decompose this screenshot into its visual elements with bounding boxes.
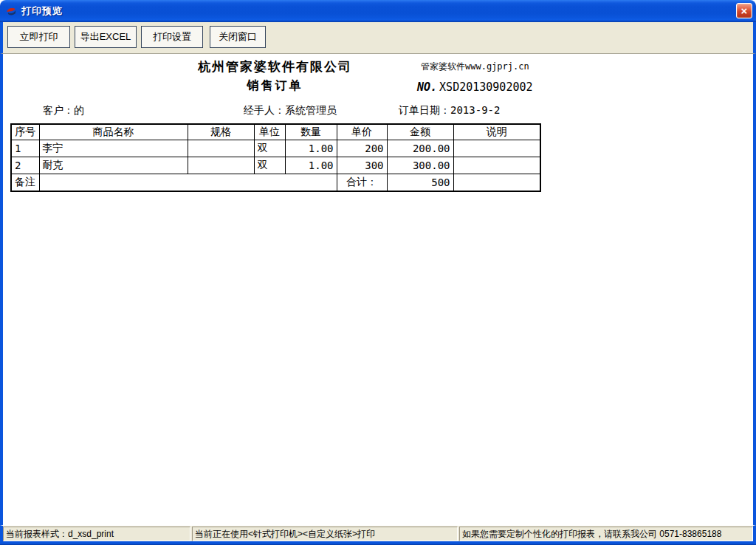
cell-product-name: 耐克 <box>39 157 188 174</box>
table-row: 1 李宁 双 1.00 200 200.00 <box>11 140 540 157</box>
app-icon[interactable] <box>4 4 18 18</box>
window-title: 打印预览 <box>21 4 63 18</box>
remark-value-cell <box>39 174 337 191</box>
header-product-name: 商品名称 <box>39 124 188 140</box>
status-printer-info: 当前正在使用<针式打印机><自定义纸张>打印 <box>192 527 458 541</box>
customer-label: 客户： <box>43 104 74 116</box>
cell-index: 1 <box>11 140 39 157</box>
total-value: 500 <box>387 174 453 191</box>
total-label: 合计： <box>337 174 387 191</box>
order-date-value: 2013-9-2 <box>450 104 500 116</box>
header-spec: 规格 <box>188 124 254 140</box>
status-contact-info: 如果您需要定制个性化的打印报表，请联系我公司 0571-83865188 <box>459 527 753 541</box>
footer-note-cell <box>453 174 540 191</box>
print-now-button[interactable]: 立即打印 <box>7 26 70 48</box>
header-index: 序号 <box>11 124 39 140</box>
remark-label: 备注 <box>11 174 39 191</box>
order-items-table: 序号 商品名称 规格 单位 数量 单价 金额 说明 1 李宁 双 1.00 20… <box>10 123 541 192</box>
header-note: 说明 <box>453 124 540 140</box>
cell-unit-price: 200 <box>337 140 387 157</box>
order-number-line: NO.XSD20130902002 <box>417 80 533 94</box>
cell-amount: 300.00 <box>387 157 453 174</box>
print-preview-page: 杭州管家婆软件有限公司 管家婆软件www.gjprj.cn 销售订单 NO.XS… <box>0 54 756 525</box>
header-unit: 单位 <box>254 124 285 140</box>
close-icon: × <box>741 5 748 16</box>
export-excel-button[interactable]: 导出EXCEL <box>75 26 137 48</box>
table-footer-row: 备注 合计： 500 <box>11 174 540 191</box>
table-header-row: 序号 商品名称 规格 单位 数量 单价 金额 说明 <box>11 124 540 140</box>
cell-note <box>453 140 540 157</box>
print-preview-window: 打印预览 × 立即打印 导出EXCEL 打印设置 关闭窗口 杭州管家婆软件有限公… <box>0 0 756 545</box>
vendor-website-text: 管家婆软件www.gjprj.cn <box>421 61 529 73</box>
order-date-label: 订单日期： <box>399 104 450 116</box>
cell-note <box>453 157 540 174</box>
header-unit-price: 单价 <box>337 124 387 140</box>
cell-spec <box>188 140 254 157</box>
handler-value: 系统管理员 <box>285 104 337 116</box>
print-settings-button[interactable]: 打印设置 <box>141 26 203 48</box>
handler-label: 经手人： <box>244 104 285 116</box>
cell-quantity: 1.00 <box>285 140 337 157</box>
window-bottom-border <box>0 541 756 545</box>
toolbar: 立即打印 导出EXCEL 打印设置 关闭窗口 <box>0 22 756 54</box>
header-quantity: 数量 <box>285 124 337 140</box>
cell-quantity: 1.00 <box>285 157 337 174</box>
handler-line: 经手人：系统管理员 <box>244 104 337 117</box>
cell-unit: 双 <box>254 157 285 174</box>
cell-spec <box>188 157 254 174</box>
status-report-style: 当前报表样式：d_xsd_print <box>3 527 190 541</box>
order-number-label: NO. <box>417 80 437 94</box>
header-amount: 金额 <box>387 124 453 140</box>
title-bar: 打印预览 × <box>0 0 756 22</box>
cell-product-name: 李宁 <box>39 140 188 157</box>
close-window-button[interactable]: 关闭窗口 <box>210 26 266 48</box>
cell-index: 2 <box>11 157 39 174</box>
customer-line: 客户：的 <box>43 104 84 117</box>
customer-value: 的 <box>74 104 84 116</box>
close-button[interactable]: × <box>736 3 752 18</box>
table-row: 2 耐克 双 1.00 300 300.00 <box>11 157 540 174</box>
cell-unit-price: 300 <box>337 157 387 174</box>
cell-amount: 200.00 <box>387 140 453 157</box>
order-date-line: 订单日期：2013-9-2 <box>399 104 500 117</box>
order-number-value: XSD20130902002 <box>439 80 532 94</box>
status-bar: 当前报表样式：d_xsd_print 当前正在使用<针式打印机><自定义纸张>打… <box>0 525 756 541</box>
cell-unit: 双 <box>254 140 285 157</box>
